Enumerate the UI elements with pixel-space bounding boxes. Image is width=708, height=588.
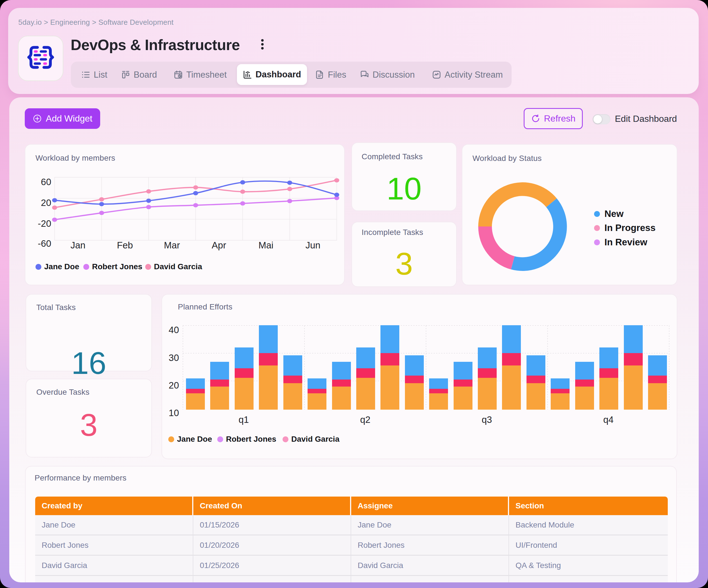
svg-text:40: 40 — [169, 325, 179, 335]
svg-text:Apr: Apr — [212, 240, 226, 251]
svg-text:q3: q3 — [482, 414, 492, 425]
svg-text:30: 30 — [169, 353, 179, 363]
svg-text:Feb: Feb — [117, 240, 133, 251]
svg-text:Jun: Jun — [305, 240, 320, 251]
svg-text:q4: q4 — [603, 414, 614, 425]
svg-text:20: 20 — [41, 198, 51, 208]
svg-text:60: 60 — [41, 177, 51, 187]
svg-text:Mai: Mai — [258, 240, 273, 251]
svg-text:20: 20 — [169, 380, 179, 390]
svg-text:q1: q1 — [239, 414, 249, 425]
svg-text:q2: q2 — [360, 414, 371, 425]
svg-text:10: 10 — [169, 408, 179, 418]
svg-text:Mar: Mar — [164, 240, 180, 251]
svg-text:-20: -20 — [38, 218, 51, 229]
svg-text:Jan: Jan — [70, 240, 85, 251]
svg-text:-60: -60 — [38, 238, 51, 249]
